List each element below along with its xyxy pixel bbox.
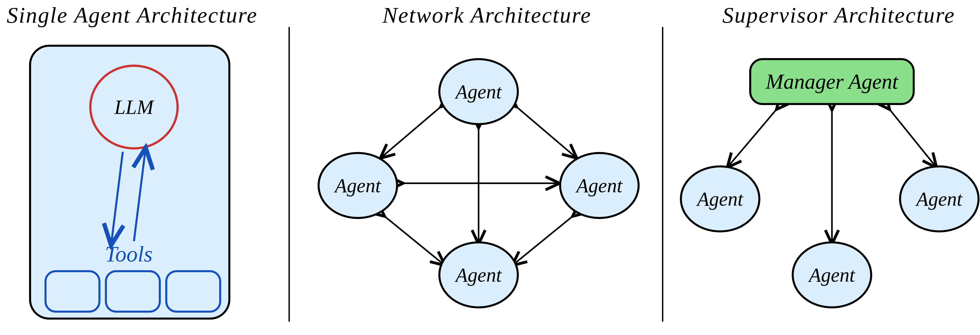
- agent-node-left: Agent: [318, 152, 398, 219]
- svg-line-0: [111, 152, 123, 241]
- llm-node: LLM: [89, 65, 179, 149]
- agent-node-right: Agent: [899, 165, 980, 232]
- supervisor-panel: Supervisor Architecture Manager Agent Ag…: [673, 0, 980, 335]
- svg-line-2: [382, 105, 443, 156]
- svg-line-1: [134, 152, 145, 241]
- manager-node: Manager Agent: [749, 58, 915, 105]
- svg-line-10: [888, 107, 935, 165]
- panel-divider: [662, 27, 663, 322]
- panel-divider: [288, 27, 290, 322]
- tool-slot: [45, 270, 100, 313]
- supervisor-title: Supervisor Architecture: [722, 2, 955, 28]
- svg-line-3: [514, 105, 575, 156]
- single-agent-card: LLM Tools: [29, 45, 230, 319]
- single-agent-panel: Single Agent Architecture LLM Tools: [0, 0, 286, 335]
- tools-label: Tools: [105, 241, 153, 267]
- agent-node-top: Agent: [438, 58, 519, 125]
- agent-node-left: Agent: [680, 165, 760, 232]
- tool-slot: [165, 270, 221, 313]
- network-panel: Network Architecture Agent Agent Agent A…: [300, 0, 657, 335]
- single-agent-title: Single Agent Architecture: [7, 2, 258, 28]
- tool-group: [45, 270, 221, 313]
- agent-node-bottom: Agent: [438, 241, 519, 308]
- agent-node-center: Agent: [792, 241, 872, 308]
- svg-line-8: [729, 107, 778, 165]
- network-title: Network Architecture: [382, 2, 591, 28]
- agent-node-right: Agent: [559, 152, 640, 219]
- svg-line-6: [382, 214, 443, 264]
- tool-slot: [105, 270, 161, 313]
- svg-line-7: [514, 214, 575, 264]
